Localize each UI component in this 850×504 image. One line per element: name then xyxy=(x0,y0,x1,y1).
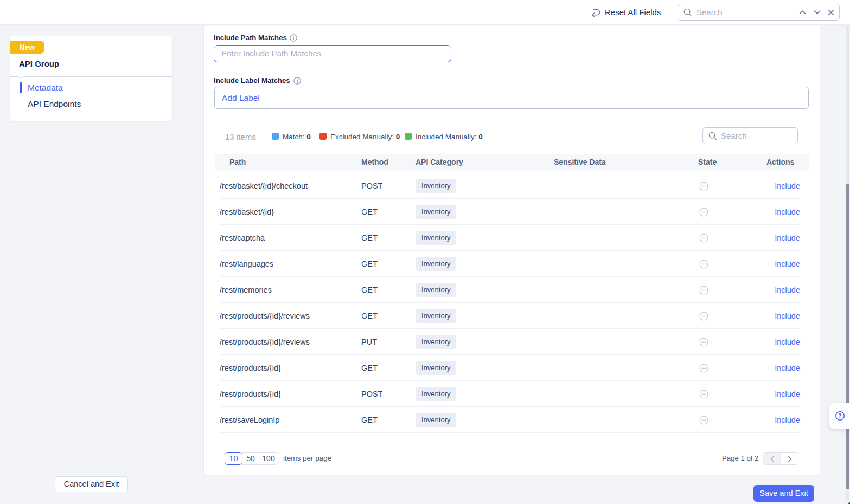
svg-text:?: ? xyxy=(838,412,841,419)
